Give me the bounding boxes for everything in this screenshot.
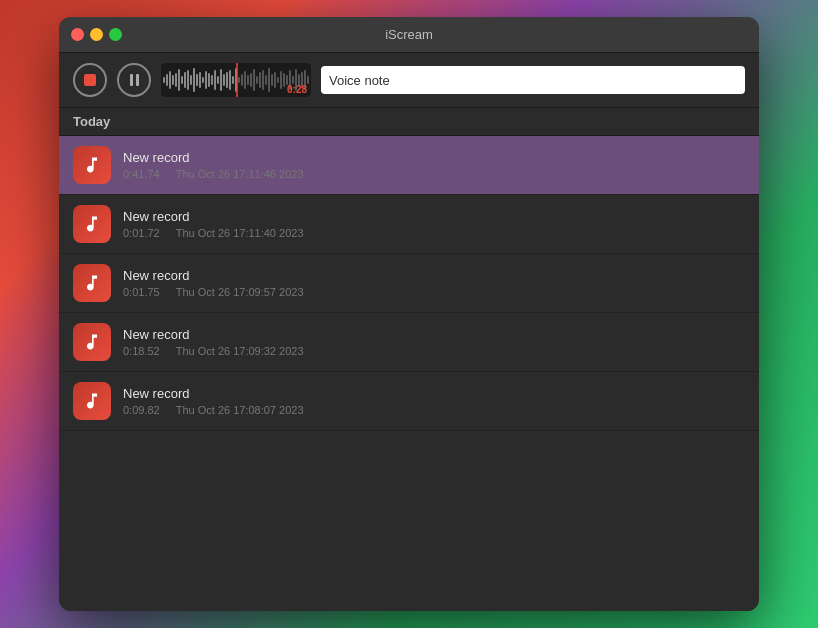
record-info: New record 0:01.75 Thu Oct 26 17:09:57 2… (123, 268, 745, 298)
svg-rect-10 (193, 68, 195, 92)
svg-rect-17 (214, 70, 216, 90)
svg-rect-13 (202, 77, 204, 83)
svg-rect-2 (169, 71, 171, 89)
record-name: New record (123, 150, 745, 165)
record-duration: 0:01.72 (123, 227, 160, 239)
svg-rect-41 (283, 73, 285, 87)
record-meta: 0:01.75 Thu Oct 26 17:09:57 2023 (123, 286, 745, 298)
record-item[interactable]: New record 0:01.72 Thu Oct 26 17:11:40 2… (59, 195, 759, 254)
record-timestamp: Thu Oct 26 17:11:40 2023 (176, 227, 304, 239)
record-meta: 0:09.82 Thu Oct 26 17:08:07 2023 (123, 404, 745, 416)
record-duration: 0:18.52 (123, 345, 160, 357)
record-timestamp: Thu Oct 26 17:08:07 2023 (176, 404, 304, 416)
svg-rect-23 (232, 76, 234, 84)
stop-button[interactable] (73, 63, 107, 97)
svg-rect-8 (187, 70, 189, 90)
record-info: New record 0:09.82 Thu Oct 26 17:08:07 2… (123, 386, 745, 416)
svg-rect-16 (211, 75, 213, 85)
svg-rect-33 (259, 72, 261, 88)
record-item[interactable]: New record 0:41.74 Thu Oct 26 17:11:46 2… (59, 136, 759, 195)
svg-rect-44 (292, 76, 294, 84)
svg-rect-21 (226, 72, 228, 88)
record-item[interactable]: New record 0:18.52 Thu Oct 26 17:09:32 2… (59, 313, 759, 372)
record-duration: 0:41.74 (123, 168, 160, 180)
record-duration: 0:09.82 (123, 404, 160, 416)
svg-rect-39 (277, 77, 279, 83)
record-icon (73, 382, 111, 420)
svg-rect-35 (265, 75, 267, 85)
toolbar: 0:28 (59, 53, 759, 108)
svg-rect-34 (262, 70, 264, 90)
svg-rect-9 (190, 75, 192, 85)
svg-rect-19 (220, 69, 222, 91)
svg-rect-6 (181, 76, 183, 84)
waveform-display: 0:28 (161, 63, 311, 97)
svg-rect-31 (253, 69, 255, 91)
music-icon (82, 155, 102, 175)
app-window: iScream (59, 17, 759, 611)
maximize-button[interactable] (109, 28, 122, 41)
music-icon (82, 391, 102, 411)
record-name: New record (123, 209, 745, 224)
svg-rect-12 (199, 72, 201, 88)
records-list: New record 0:41.74 Thu Oct 26 17:11:46 2… (59, 136, 759, 431)
record-icon (73, 146, 111, 184)
pause-icon (130, 74, 139, 86)
svg-rect-15 (208, 73, 210, 87)
svg-rect-27 (241, 74, 243, 86)
svg-rect-3 (172, 75, 174, 85)
record-info: New record 0:01.72 Thu Oct 26 17:11:40 2… (123, 209, 745, 239)
svg-rect-11 (196, 74, 198, 86)
time-display: 0:28 (287, 84, 307, 95)
svg-rect-37 (271, 74, 273, 86)
svg-rect-32 (256, 76, 258, 84)
record-timestamp: Thu Oct 26 17:09:32 2023 (176, 345, 304, 357)
record-info: New record 0:18.52 Thu Oct 26 17:09:32 2… (123, 327, 745, 357)
svg-rect-36 (268, 68, 270, 92)
minimize-button[interactable] (90, 28, 103, 41)
svg-rect-14 (205, 71, 207, 89)
svg-rect-18 (217, 76, 219, 84)
record-info: New record 0:41.74 Thu Oct 26 17:11:46 2… (123, 150, 745, 180)
close-button[interactable] (71, 28, 84, 41)
svg-rect-28 (244, 71, 246, 89)
svg-rect-30 (250, 73, 252, 87)
record-meta: 0:41.74 Thu Oct 26 17:11:46 2023 (123, 168, 745, 180)
svg-rect-1 (166, 74, 168, 86)
record-icon (73, 323, 111, 361)
svg-rect-5 (178, 69, 180, 91)
svg-rect-49 (307, 76, 309, 84)
record-timestamp: Thu Oct 26 17:09:57 2023 (176, 286, 304, 298)
svg-rect-7 (184, 72, 186, 88)
svg-rect-26 (238, 77, 240, 83)
svg-rect-40 (280, 71, 282, 89)
music-icon (82, 214, 102, 234)
record-name: New record (123, 268, 745, 283)
record-name: New record (123, 386, 745, 401)
traffic-lights (71, 28, 122, 41)
titlebar: iScream (59, 17, 759, 53)
svg-rect-4 (175, 73, 177, 87)
record-item[interactable]: New record 0:01.75 Thu Oct 26 17:09:57 2… (59, 254, 759, 313)
svg-rect-0 (163, 77, 165, 83)
record-duration: 0:01.75 (123, 286, 160, 298)
music-icon (82, 273, 102, 293)
music-icon (82, 332, 102, 352)
record-name: New record (123, 327, 745, 342)
recording-name-input[interactable] (321, 66, 745, 94)
section-header: Today (59, 108, 759, 136)
window-title: iScream (385, 27, 433, 42)
svg-rect-22 (229, 70, 231, 90)
record-item[interactable]: New record 0:09.82 Thu Oct 26 17:08:07 2… (59, 372, 759, 431)
svg-rect-38 (274, 72, 276, 88)
pause-button[interactable] (117, 63, 151, 97)
record-icon (73, 264, 111, 302)
svg-rect-29 (247, 75, 249, 85)
record-meta: 0:18.52 Thu Oct 26 17:09:32 2023 (123, 345, 745, 357)
empty-area (59, 431, 759, 611)
record-icon (73, 205, 111, 243)
record-timestamp: Thu Oct 26 17:11:46 2023 (176, 168, 304, 180)
svg-rect-20 (223, 74, 225, 86)
stop-icon (84, 74, 96, 86)
record-meta: 0:01.72 Thu Oct 26 17:11:40 2023 (123, 227, 745, 239)
